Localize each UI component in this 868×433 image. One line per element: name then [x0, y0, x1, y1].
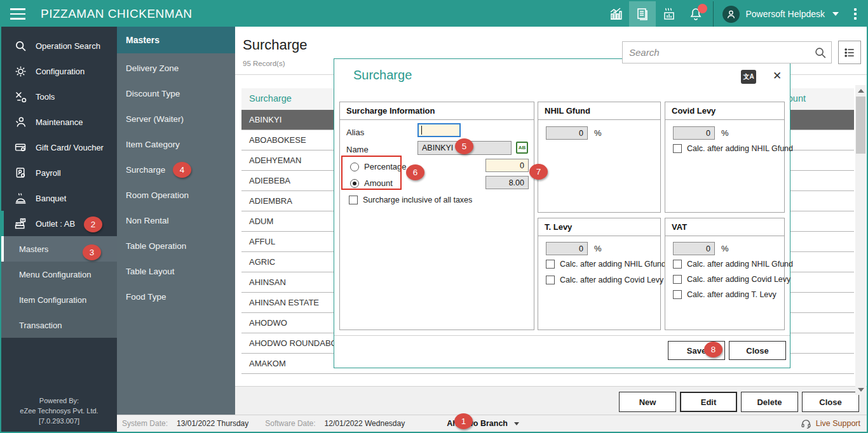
group-title: VAT	[665, 218, 784, 236]
t-levy-group: T. Levy % Calc. after adding NHIL Gfund …	[538, 218, 661, 330]
name-label: Name	[346, 145, 369, 154]
branch-caret-icon[interactable]	[514, 422, 519, 425]
record-count: 95 Record(s)	[243, 60, 285, 67]
search-box	[622, 41, 832, 63]
software-date-label: Software Date:	[265, 419, 315, 428]
group-title: NHIL Gfund	[538, 102, 660, 120]
headset-icon	[801, 418, 811, 429]
vertical-scrollbar[interactable]	[855, 85, 866, 395]
top-bar: PIZZAMAN CHICKENMAN	[1, 1, 867, 27]
surcharge-dialog: Surcharge 文A ✕ Surcharge Information Ali…	[334, 58, 790, 368]
payroll-card-icon	[13, 166, 28, 180]
user-avatar-icon[interactable]	[722, 6, 740, 23]
sidebar-item-banquet[interactable]: Banquet	[1, 185, 117, 211]
covid-levy-group: Covid Levy % Calc. after adding NHIL Gfu…	[665, 102, 785, 213]
column-header-surcharge[interactable]: Surcharge	[249, 93, 292, 103]
inclusive-taxes-checkbox[interactable]: Surcharge inclusive of all taxes	[349, 196, 472, 204]
amount-value-input[interactable]	[485, 176, 529, 189]
sidebar-item-maintenance[interactable]: Maintenance	[1, 109, 117, 135]
surcharge-info-group: Surcharge Information Alias Name AB Perc…	[339, 102, 534, 330]
tlevy-after-covid-checkbox[interactable]: Calc. after adding Covid Levy	[546, 276, 663, 284]
notification-dot	[698, 4, 707, 13]
scroll-up-icon[interactable]	[855, 85, 866, 96]
sidebar-item-gift-card[interactable]: Gift Card/ Voucher	[1, 135, 117, 160]
documents-icon[interactable]	[629, 1, 656, 27]
masters-item-food-type[interactable]: Food Type	[117, 284, 235, 309]
masters-item-delivery-zone[interactable]: Delivery Zone	[117, 55, 235, 81]
masters-item-room-operation[interactable]: Room Operation	[117, 182, 235, 208]
covid-value-input[interactable]	[673, 126, 715, 140]
alias-label: Alias	[346, 128, 364, 137]
percentage-value-input[interactable]	[485, 159, 529, 172]
live-support[interactable]: Live Support	[801, 418, 867, 429]
tlevy-value-input[interactable]	[546, 242, 588, 255]
sidebar-item-payroll[interactable]: Payroll	[1, 160, 117, 185]
group-title: Covid Levy	[665, 102, 784, 120]
group-title: T. Levy	[538, 218, 660, 236]
masters-item-item-category[interactable]: Item Category	[117, 131, 235, 157]
list-view-button[interactable]	[838, 41, 861, 64]
user-menu[interactable]: Powersoft Helpdesk	[745, 9, 825, 19]
tlevy-after-nhil-checkbox[interactable]: Calc. after adding NHIL Gfund	[546, 260, 666, 269]
masters-item-table-layout[interactable]: Table Layout	[117, 258, 235, 284]
search-icon[interactable]	[810, 46, 831, 60]
powered-by: Powered By: eZee Technosys Pvt. Ltd. [7.…	[1, 396, 117, 427]
system-date-value: 13/01/2022 Thursday	[177, 419, 248, 428]
banquet-cloche-icon	[13, 192, 28, 205]
percent-sign: %	[721, 128, 729, 138]
page-title: Surcharge	[243, 37, 308, 53]
vat-after-nhil-checkbox[interactable]: Calc. after adding NHIL Gfund	[673, 260, 793, 269]
nhil-gfund-group: NHIL Gfund %	[538, 102, 661, 213]
percent-sign: %	[594, 128, 602, 138]
vat-after-tlevy-checkbox[interactable]: Calc. after adding T. Levy	[673, 290, 776, 299]
dialog-footer-divider	[334, 335, 790, 336]
outlet-register-icon	[13, 217, 28, 230]
dialog-close-icon[interactable]: ✕	[769, 67, 785, 84]
covid-after-nhil-checkbox[interactable]: Calc. after adding NHIL Gfund	[673, 144, 793, 153]
sidebar-item-transaction[interactable]: Transaction	[1, 312, 117, 338]
overflow-menu-icon[interactable]	[844, 1, 867, 27]
sidebar-item-configuration[interactable]: Configuration	[1, 58, 117, 84]
text-caret	[421, 126, 422, 135]
scrollbar-thumb[interactable]	[856, 97, 865, 154]
close-button[interactable]: Close	[802, 392, 859, 412]
user-caret-icon[interactable]	[832, 12, 839, 16]
masters-panel: Masters Delivery Zone Discount Type Serv…	[117, 27, 235, 415]
gear-icon	[13, 65, 28, 78]
masters-panel-title: Masters	[117, 27, 235, 53]
masters-item-table-operation[interactable]: Table Operation	[117, 233, 235, 258]
annotation-badge-8: 8	[704, 342, 722, 357]
annotation-badge-3: 3	[83, 244, 101, 260]
group-title: Surcharge Information	[340, 102, 534, 120]
annotation-badge-5: 5	[455, 138, 473, 154]
translate-icon[interactable]: 文A	[741, 70, 756, 84]
annotation-badge-6: 6	[406, 164, 424, 180]
vat-value-input[interactable]	[673, 242, 715, 255]
masters-item-non-rental[interactable]: Non Rental	[117, 208, 235, 233]
nhil-value-input[interactable]	[546, 126, 588, 140]
app-window: PIZZAMAN CHICKENMAN	[0, 0, 868, 433]
sidebar-item-operation-search[interactable]: Operation Search	[1, 33, 117, 58]
edit-button[interactable]: Edit	[680, 392, 737, 412]
sidebar-item-tools[interactable]: Tools	[1, 84, 117, 109]
dialog-close-button[interactable]: Close	[729, 341, 786, 360]
sidebar-item-menu-configuration[interactable]: Menu Configuration	[1, 262, 117, 287]
scroll-down-icon[interactable]	[855, 384, 866, 395]
masters-item-discount-type[interactable]: Discount Type	[117, 81, 235, 106]
masters-item-server-waiter[interactable]: Server (Waiter)	[117, 106, 235, 131]
reports-chart-icon[interactable]	[602, 1, 629, 27]
vat-after-covid-checkbox[interactable]: Calc. after adding Covid Levy	[673, 275, 790, 284]
new-button[interactable]: New	[619, 392, 676, 412]
delete-button[interactable]: Delete	[741, 392, 798, 412]
kitchen-display-icon[interactable]	[656, 1, 682, 27]
system-date-label: System Date:	[122, 419, 168, 428]
notifications-bell-icon[interactable]	[682, 1, 709, 27]
tools-icon	[13, 90, 28, 103]
search-input[interactable]	[623, 47, 810, 58]
alias-input[interactable]	[417, 123, 461, 137]
name-language-ab-icon[interactable]: AB	[516, 142, 528, 154]
topbar-actions: Powersoft Helpdesk	[602, 1, 867, 27]
percent-sign: %	[594, 244, 602, 253]
hamburger-menu-icon[interactable]	[1, 1, 31, 27]
sidebar-item-item-configuration[interactable]: Item Configuration	[1, 287, 117, 312]
